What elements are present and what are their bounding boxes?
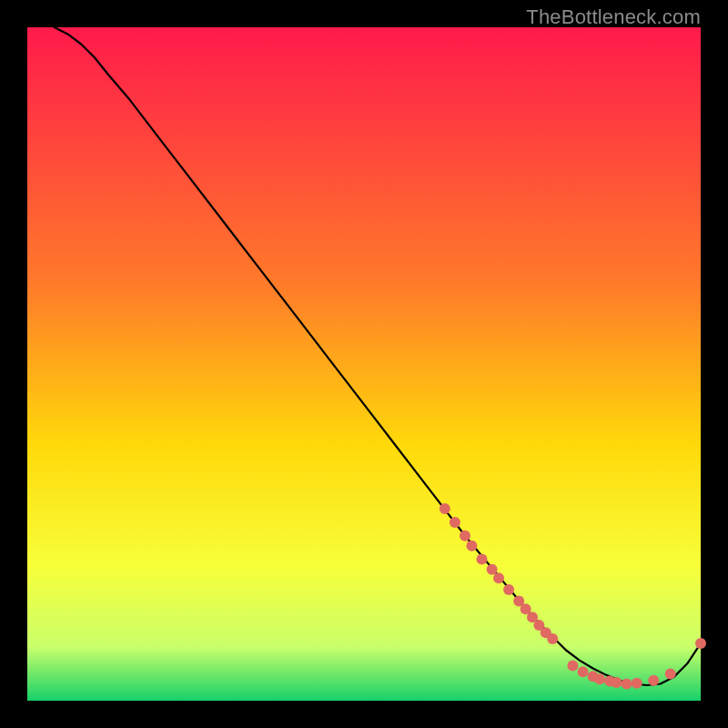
data-marker (460, 531, 470, 541)
data-marker (503, 584, 514, 595)
data-marker (648, 675, 659, 686)
chart-overlay (27, 27, 701, 701)
data-marker (493, 572, 504, 583)
bottleneck-curve (55, 27, 701, 685)
data-marker (477, 554, 488, 565)
data-marker (466, 541, 477, 551)
data-markers (440, 503, 706, 689)
data-marker (594, 673, 605, 684)
data-marker (567, 661, 578, 672)
data-marker (440, 503, 450, 514)
credit-label: TheBottleneck.com (526, 5, 701, 29)
data-marker (578, 666, 589, 677)
data-marker (622, 679, 632, 690)
data-marker (450, 517, 460, 528)
data-marker (665, 668, 676, 679)
data-marker (612, 677, 622, 688)
data-marker (632, 678, 642, 689)
chart-stage: TheBottleneck.com (0, 0, 728, 728)
data-marker (487, 564, 498, 575)
plot-area (27, 27, 701, 701)
data-marker (547, 633, 558, 644)
data-marker (695, 638, 706, 649)
